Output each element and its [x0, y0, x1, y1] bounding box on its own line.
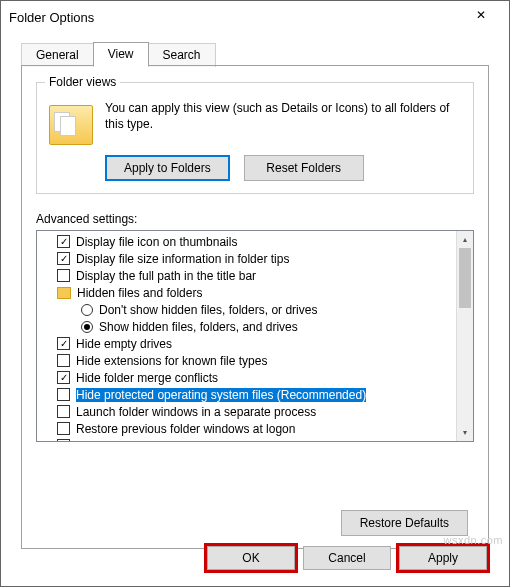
list-item-label: Restore previous folder windows at logon: [76, 422, 295, 436]
folder-views-text: You can apply this view (such as Details…: [105, 101, 461, 132]
apply-to-folders-button[interactable]: Apply to Folders: [105, 155, 230, 181]
checkbox[interactable]: [57, 388, 70, 401]
checkbox[interactable]: [57, 269, 70, 282]
tab-general[interactable]: General: [21, 43, 94, 67]
list-item-label: Show hidden files, folders, and drives: [99, 320, 298, 334]
apply-button[interactable]: Apply: [399, 546, 487, 570]
close-icon: ✕: [476, 8, 486, 22]
ok-button[interactable]: OK: [207, 546, 295, 570]
scrollbar[interactable]: ▴ ▾: [456, 231, 473, 441]
list-item-label: Hide extensions for known file types: [76, 354, 267, 368]
list-item-label: Hide empty drives: [76, 337, 172, 351]
checkbox[interactable]: [57, 252, 70, 265]
reset-folders-button[interactable]: Reset Folders: [244, 155, 364, 181]
scroll-up-button[interactable]: ▴: [457, 231, 473, 248]
checkbox[interactable]: [57, 422, 70, 435]
advanced-settings-list[interactable]: Display file icon on thumbnailsDisplay f…: [36, 230, 474, 442]
list-item[interactable]: Hide extensions for known file types: [37, 352, 473, 369]
scroll-track[interactable]: [457, 248, 473, 424]
checkbox[interactable]: [57, 371, 70, 384]
tab-view[interactable]: View: [93, 42, 149, 66]
titlebar: Folder Options ✕: [1, 1, 509, 33]
folder-views-title: Folder views: [45, 75, 120, 89]
dialog-buttons: OK Cancel Apply: [207, 546, 487, 570]
list-item-label: Display file size information in folder …: [76, 252, 289, 266]
restore-defaults-button[interactable]: Restore Defaults: [341, 510, 468, 536]
list-item[interactable]: Don't show hidden files, folders, or dri…: [37, 301, 473, 318]
list-item[interactable]: Display file size information in folder …: [37, 250, 473, 267]
list-item[interactable]: Hidden files and folders: [37, 284, 473, 301]
watermark: wsxdn.com: [443, 534, 503, 546]
checkbox[interactable]: [57, 439, 70, 442]
radio[interactable]: [81, 321, 93, 333]
scroll-thumb[interactable]: [459, 248, 471, 308]
list-item-label: Display file icon on thumbnails: [76, 235, 237, 249]
checkbox[interactable]: [57, 235, 70, 248]
list-item-label: Hidden files and folders: [77, 286, 202, 300]
list-item[interactable]: Hide folder merge conflicts: [37, 369, 473, 386]
list-item[interactable]: Launch folder windows in a separate proc…: [37, 403, 473, 420]
folder-views-icon: [49, 105, 93, 145]
scroll-down-button[interactable]: ▾: [457, 424, 473, 441]
folder-options-window: Folder Options ✕ General View Search Fol…: [0, 0, 510, 587]
list-item-label: Launch folder windows in a separate proc…: [76, 405, 316, 419]
tab-search[interactable]: Search: [148, 43, 216, 67]
folder-icon: [57, 287, 71, 299]
radio[interactable]: [81, 304, 93, 316]
list-item-label: Don't show hidden files, folders, or dri…: [99, 303, 317, 317]
list-item-label: Show drive letters: [76, 439, 171, 443]
window-title: Folder Options: [9, 10, 461, 25]
list-item[interactable]: Display the full path in the title bar: [37, 267, 473, 284]
list-item-label: Hide protected operating system files (R…: [76, 388, 366, 402]
close-button[interactable]: ✕: [461, 1, 501, 29]
folder-views-group: Folder views You can apply this view (su…: [36, 82, 474, 194]
list-item[interactable]: Hide protected operating system files (R…: [37, 386, 473, 403]
checkbox[interactable]: [57, 405, 70, 418]
cancel-button[interactable]: Cancel: [303, 546, 391, 570]
list-item-label: Display the full path in the title bar: [76, 269, 256, 283]
tabs: General View Search: [1, 33, 509, 65]
advanced-settings-label: Advanced settings:: [36, 212, 474, 226]
list-item-label: Hide folder merge conflicts: [76, 371, 218, 385]
checkbox[interactable]: [57, 354, 70, 367]
tab-content-view: Folder views You can apply this view (su…: [21, 65, 489, 549]
list-item[interactable]: Show hidden files, folders, and drives: [37, 318, 473, 335]
list-item[interactable]: Show drive letters: [37, 437, 473, 442]
list-item[interactable]: Restore previous folder windows at logon: [37, 420, 473, 437]
list-item[interactable]: Display file icon on thumbnails: [37, 233, 473, 250]
list-item[interactable]: Hide empty drives: [37, 335, 473, 352]
checkbox[interactable]: [57, 337, 70, 350]
